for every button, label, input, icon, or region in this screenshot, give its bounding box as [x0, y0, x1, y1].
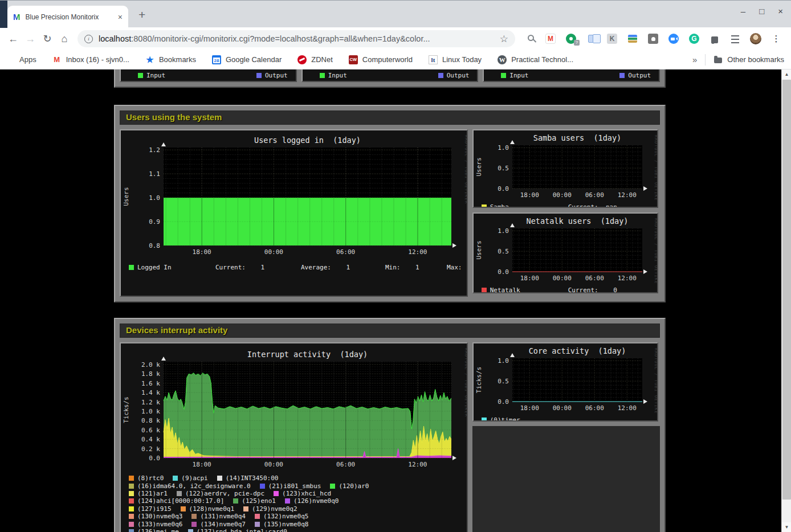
svg-text:18:00: 18:00: [520, 404, 539, 412]
k-extension-icon[interactable]: K: [602, 34, 622, 44]
playlist-icon[interactable]: [725, 34, 745, 43]
url-text[interactable]: localhost:8080/monitorix-cgi/monitorix.c…: [99, 34, 495, 43]
menu-dots-icon[interactable]: ⋮: [766, 34, 786, 44]
svg-text:06:00: 06:00: [336, 248, 355, 256]
legend-swatch: [173, 476, 178, 481]
bookmark-linux-today[interactable]: ltLinux Today: [429, 55, 482, 64]
url-rest: :8080/monitorix-cgi/monitorix.cgi?mode=l…: [131, 34, 430, 43]
graph-network-0[interactable]: InputOutput: [120, 69, 297, 82]
bookmark-inbox-16-sjvn0[interactable]: MInbox (16) - sjvn0...: [52, 55, 129, 64]
legend-swatch: [129, 506, 134, 511]
site-info-icon[interactable]: i: [84, 35, 93, 43]
svg-text:0.2 k: 0.2 k: [141, 445, 160, 453]
svg-text:Users: Users: [123, 187, 130, 206]
legend-text: Samba: [490, 203, 509, 208]
search-glyph: [528, 35, 534, 41]
window-close-button[interactable]: ×: [778, 6, 783, 16]
google-voice-icon[interactable]: ?: [561, 34, 581, 44]
legend-swatch: [501, 73, 506, 78]
legend-swatch: [129, 529, 134, 532]
legend-text: (129)nvme0q2: [252, 505, 297, 513]
window-maximize-button[interactable]: □: [759, 6, 764, 16]
graph-interrupt-activity[interactable]: 0.00.2 k0.4 k0.6 k0.8 k1.0 k1.2 k1.4 k1.…: [120, 342, 468, 532]
legend-swatch: [285, 498, 290, 504]
legend-swatch: [438, 73, 443, 78]
graph-network-2[interactable]: InputOutput: [483, 69, 660, 82]
graph-network-1[interactable]: InputOutput: [301, 69, 479, 82]
svg-text:0.0: 0.0: [498, 268, 509, 276]
svg-text:0.4 k: 0.4 k: [141, 436, 160, 443]
home-icon[interactable]: ⌂: [56, 33, 73, 45]
legend-text: (124)ahci[0000:00:17.0]: [137, 497, 224, 505]
bookmark-label: Apps: [19, 55, 36, 64]
browser-toolbar: ← → ↻ ⌂ i localhost:8080/monitorix-cgi/m…: [0, 27, 791, 50]
back-icon[interactable]: ←: [5, 33, 22, 45]
svg-text:1.0: 1.0: [149, 194, 160, 202]
svg-text:Ticks/s: Ticks/s: [475, 367, 483, 393]
scrollbar-down-icon[interactable]: ▼: [782, 522, 791, 532]
section-interrupts: Devices interrupt activity 0.00.2 k0.4 k…: [114, 318, 666, 532]
graph-samba-users[interactable]: 0.00.51.018:0000:0006:0012:00Samba users…: [472, 129, 658, 208]
url-bar[interactable]: i localhost:8080/monitorix-cgi/monitorix…: [78, 30, 515, 47]
browser-tab[interactable]: M Blue Precision Monitorix ×: [7, 6, 128, 28]
keep-icon[interactable]: [643, 34, 663, 44]
bookmark-bookmarks[interactable]: ★Bookmarks: [145, 55, 196, 64]
bookmark-star-icon[interactable]: ☆: [500, 33, 508, 45]
gmail-icon[interactable]: M: [540, 34, 561, 44]
page-content: InputOutputInputOutputInputOutput Users …: [0, 69, 791, 532]
bookmark-google-calendar[interactable]: 28Google Calendar: [212, 55, 282, 64]
tab-close-icon[interactable]: ×: [118, 13, 123, 22]
svg-text:00:00: 00:00: [552, 275, 571, 282]
svg-text:0.5: 0.5: [498, 248, 509, 255]
legend-text: (134)nvme0q7: [200, 521, 245, 528]
grammarly-icon[interactable]: G: [684, 34, 704, 44]
legend-swatch: [217, 476, 222, 481]
rrdtool-watermark: RRDTOOL / TOBI OETIKER: [654, 135, 657, 200]
section-users: Users using the system 0.80.91.01.11.218…: [114, 105, 666, 302]
search-icon[interactable]: [520, 36, 540, 41]
legend-text: Input: [146, 72, 165, 79]
tab-title: Blue Precision Monitorix: [26, 13, 115, 21]
reload-icon[interactable]: ↻: [39, 32, 56, 45]
scrollbar-up-icon[interactable]: ▲: [782, 69, 791, 79]
gmail-glyph: M: [545, 34, 556, 44]
bookmark-practical-technol[interactable]: WPractical Technol...: [498, 55, 573, 64]
svg-text:12:00: 12:00: [408, 248, 427, 256]
svg-text:12:00: 12:00: [617, 191, 636, 199]
k-extension-glyph: K: [607, 34, 617, 44]
zoom-icon[interactable]: [663, 34, 684, 44]
graph-core-activity[interactable]: 0.00.51.018:0000:0006:0012:00Core activi…: [472, 342, 658, 421]
bookmarks-overflow-chevron[interactable]: »: [692, 55, 697, 64]
other-bookmarks-label: Other bookmarks: [727, 55, 784, 64]
bookmarks-divider: [705, 54, 706, 66]
legend-swatch: [256, 73, 262, 78]
copy-icon[interactable]: [581, 35, 602, 43]
svg-text:0.9: 0.9: [149, 218, 160, 226]
gmail-icon: M: [52, 55, 62, 64]
graph-users-logged-in[interactable]: 0.80.91.01.11.218:0000:0006:0012:00Users…: [120, 129, 468, 297]
legend-text: (126)nvme0q0: [293, 497, 339, 505]
legend-text: (0)timer: [490, 416, 520, 421]
window-minimize-button[interactable]: –: [741, 6, 745, 16]
profile-avatar-icon[interactable]: [745, 33, 766, 44]
svg-text:12:00: 12:00: [617, 404, 636, 412]
legend-text: (136)mei_me: [137, 528, 179, 532]
bookmark-zdnet[interactable]: ZDNet: [297, 55, 333, 64]
extensions-puzzle-icon[interactable]: [704, 34, 725, 43]
new-tab-button[interactable]: +: [138, 8, 145, 22]
svg-text:0.6 k: 0.6 k: [141, 427, 160, 434]
page-scrollbar[interactable]: ▲ ▼: [781, 69, 791, 532]
svg-text:12:00: 12:00: [617, 275, 636, 282]
legend-text: (137)snd_hda_intel:card0: [197, 528, 287, 532]
legend-text: (122)aerdrv, pcie-dpc: [185, 490, 264, 497]
bookmark-computerworld[interactable]: CWComputerworld: [349, 55, 413, 64]
legend-swatch: [129, 522, 134, 527]
bookmark-apps[interactable]: Apps: [7, 55, 36, 64]
scrollbar-thumb[interactable]: [782, 80, 791, 500]
svg-text:00:00: 00:00: [264, 461, 283, 468]
books-icon[interactable]: [622, 35, 643, 43]
other-bookmarks-button[interactable]: Other bookmarks: [713, 55, 784, 64]
legend-swatch: [482, 418, 487, 421]
bookmark-label: Inbox (16) - sjvn0...: [66, 55, 129, 64]
graph-netatalk-users[interactable]: 0.00.51.018:0000:0006:0012:00Netatalk us…: [472, 212, 658, 293]
